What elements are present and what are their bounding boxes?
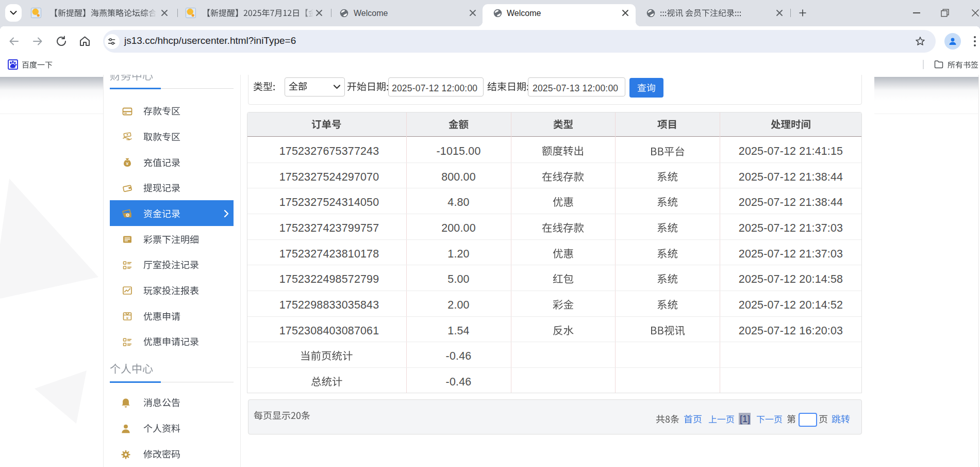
svg-text:¥: ¥	[126, 316, 129, 320]
svg-text:¥: ¥	[125, 160, 129, 166]
